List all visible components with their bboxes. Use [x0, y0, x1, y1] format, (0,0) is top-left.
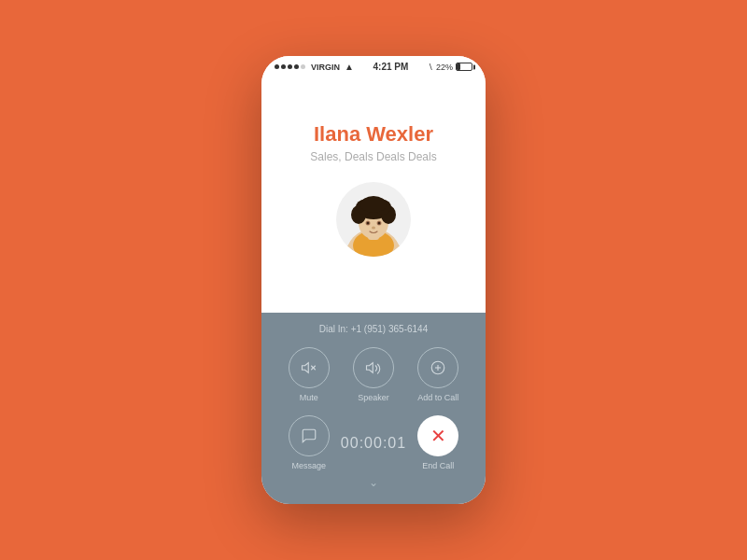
speaker-label: Speaker	[358, 393, 389, 402]
contact-title: Sales, Deals Deals Deals	[310, 150, 436, 163]
add-icon	[430, 359, 446, 376]
avatar	[336, 182, 411, 257]
status-right: ∖ 22%	[428, 63, 472, 72]
message-circle	[289, 415, 330, 456]
svg-point-13	[378, 222, 381, 225]
mute-icon	[301, 359, 317, 376]
controls-row-2: Message 00:00:01 ✕ End Call	[276, 415, 471, 470]
message-button[interactable]: Message	[289, 415, 330, 470]
signal-icon	[275, 64, 305, 69]
speaker-circle	[353, 347, 394, 388]
speaker-icon	[365, 359, 382, 376]
call-timer: 00:00:01	[341, 435, 406, 452]
battery-icon	[456, 63, 472, 71]
status-left: VIRGIN ▲	[275, 62, 354, 72]
bottom-section: Dial In: +1 (951) 365-6144 Mute	[261, 313, 486, 504]
end-call-button[interactable]: ✕	[417, 415, 458, 456]
speaker-button[interactable]: Speaker	[353, 347, 394, 402]
wifi-icon: ▲	[345, 62, 354, 72]
status-time: 4:21 PM	[374, 62, 409, 72]
end-call-x-icon: ✕	[430, 427, 446, 445]
battery-percent: 22%	[436, 63, 453, 72]
chevron-down[interactable]: ⌄	[276, 470, 471, 489]
chevron-icon: ⌄	[369, 476, 378, 489]
controls-row-1: Mute Speaker	[276, 347, 471, 402]
mute-button[interactable]: Mute	[289, 347, 330, 402]
contact-name: Ilana Wexler	[314, 122, 433, 147]
svg-point-12	[367, 222, 370, 225]
top-section: Ilana Wexler Sales, Deals Deals Deals	[261, 76, 486, 313]
message-label: Message	[291, 461, 326, 470]
end-call-label: End Call	[422, 461, 454, 470]
carrier-label: VIRGIN	[311, 63, 340, 72]
add-to-call-label: Add to Call	[417, 393, 458, 402]
status-bar: VIRGIN ▲ 4:21 PM ∖ 22%	[261, 56, 486, 76]
svg-point-14	[372, 227, 375, 230]
phone-frame: VIRGIN ▲ 4:21 PM ∖ 22% Ilana Wexler Sale…	[261, 56, 486, 504]
bluetooth-icon: ∖	[428, 63, 433, 72]
svg-point-9	[360, 196, 387, 213]
message-icon	[301, 427, 317, 444]
end-call-item: ✕ End Call	[417, 415, 458, 470]
mute-circle	[289, 347, 330, 388]
avatar-image	[336, 182, 411, 257]
mute-label: Mute	[300, 393, 318, 402]
timer-wrapper: 00:00:01	[353, 423, 394, 464]
add-circle	[417, 347, 458, 388]
add-to-call-button[interactable]: Add to Call	[417, 347, 458, 402]
dial-in-text: Dial In: +1 (951) 365-6144	[276, 324, 471, 334]
